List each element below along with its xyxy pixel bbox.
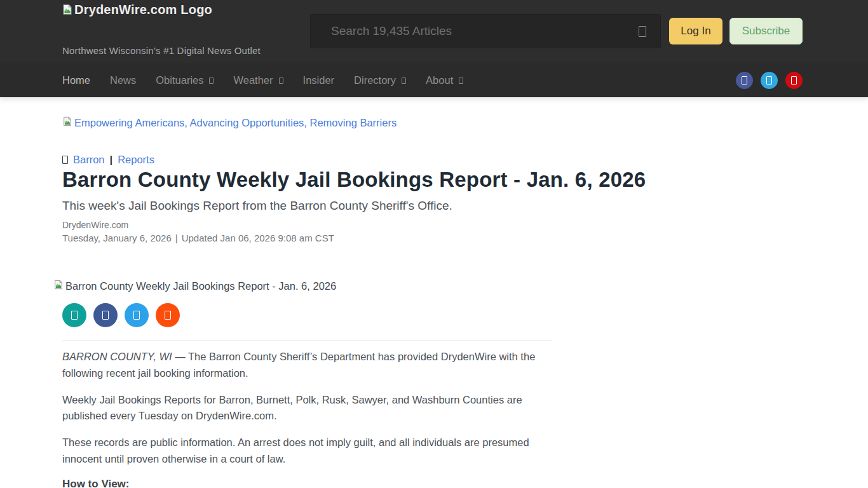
nav-item-home[interactable]: Home — [62, 74, 90, 86]
share-button[interactable] — [62, 303, 86, 327]
breadcrumb-category-link[interactable]: Barron — [73, 154, 105, 166]
site-logo[interactable]: DrydenWire.com Logo — [62, 3, 212, 18]
search-box[interactable] — [310, 14, 661, 48]
nav-item-directory[interactable]: Directory — [354, 74, 406, 86]
nav-label: Home — [62, 74, 90, 86]
nav-label: About — [426, 74, 453, 86]
breadcrumb-section-link[interactable]: Reports — [118, 154, 154, 166]
howto-heading: How to View: — [62, 478, 806, 488]
article-paragraph: BARRON COUNTY, WI — The Barron County Sh… — [62, 349, 552, 382]
search-icon[interactable] — [639, 26, 646, 37]
nav-label: Weather — [233, 74, 273, 86]
nav-label: News — [110, 74, 136, 86]
login-button[interactable]: Log In — [669, 18, 722, 44]
caret-down-icon — [209, 78, 214, 84]
share-icon — [71, 311, 78, 320]
twitter-icon — [133, 311, 140, 320]
site-tagline: Northwest Wisconsin’s #1 Digital News Ou… — [62, 45, 261, 56]
twitter-share-button[interactable] — [125, 303, 149, 327]
publish-date: Tuesday, January 6, 2026 — [62, 233, 172, 243]
share-buttons — [62, 303, 806, 327]
nav-label: Directory — [354, 74, 396, 86]
dateline-separator: | — [175, 233, 178, 243]
folder-icon — [62, 156, 68, 164]
broken-image-icon — [62, 4, 73, 18]
updated-date: Updated Jan 06, 2026 9:08 am CST — [182, 233, 334, 243]
youtube-icon — [791, 76, 797, 85]
broken-image-icon — [62, 116, 72, 129]
nav-menu: Home News Obituaries Weather Insider Dir… — [62, 64, 463, 97]
broken-image-icon — [53, 280, 64, 292]
article-paragraph: Weekly Jail Bookings Reports for Barron,… — [62, 392, 552, 425]
nav-item-about[interactable]: About — [426, 74, 463, 86]
logo-alt-text: DrydenWire.com Logo — [74, 3, 212, 17]
facebook-icon — [742, 76, 747, 85]
facebook-share-button[interactable] — [93, 303, 118, 327]
article-image-alt-text: Barron County Weekly Jail Bookings Repor… — [65, 280, 336, 292]
search-input[interactable] — [331, 24, 639, 38]
caret-down-icon — [402, 78, 406, 84]
page-title: Barron County Weekly Jail Bookings Repor… — [62, 167, 806, 193]
facebook-icon — [102, 311, 109, 320]
subscribe-button[interactable]: Subscribe — [729, 18, 803, 44]
nav-social-links — [736, 72, 803, 89]
facebook-link[interactable] — [736, 72, 753, 89]
nav-label: Obituaries — [156, 74, 203, 86]
breadcrumb: Barron | Reports — [62, 152, 806, 166]
youtube-link[interactable] — [785, 72, 803, 89]
reddit-share-button[interactable] — [156, 303, 180, 327]
main-navbar: Home News Obituaries Weather Insider Dir… — [0, 64, 868, 97]
twitter-icon — [766, 76, 772, 85]
nav-label: Insider — [303, 74, 335, 86]
nav-item-insider[interactable]: Insider — [303, 74, 335, 86]
nav-item-news[interactable]: News — [110, 74, 136, 86]
caret-down-icon — [459, 78, 463, 84]
article-image: Barron County Weekly Jail Bookings Repor… — [53, 279, 806, 293]
nav-item-obituaries[interactable]: Obituaries — [156, 74, 214, 86]
article-content: Empowering Americans, Advancing Opportun… — [62, 116, 806, 488]
article-paragraph: These records are public information. An… — [62, 435, 552, 468]
nav-item-weather[interactable]: Weather — [233, 74, 283, 86]
breadcrumb-separator: | — [110, 154, 113, 166]
article-byline: DrydenWire.com — [62, 219, 806, 231]
twitter-link[interactable] — [761, 72, 778, 89]
article-dateline: Tuesday, January 6, 2026|Updated Jan 06,… — [62, 233, 806, 244]
banner-link-text: Empowering Americans, Advancing Opportun… — [74, 117, 397, 129]
reddit-icon — [165, 311, 171, 320]
banner-ad-link[interactable]: Empowering Americans, Advancing Opportun… — [62, 116, 806, 129]
dateline-lead: BARRON COUNTY, WI — [62, 351, 172, 362]
caret-down-icon — [279, 78, 283, 84]
article-subtitle: This week's Jail Bookings Report from th… — [62, 198, 806, 214]
content-divider — [62, 341, 552, 341]
site-header: DrydenWire.com Logo Northwest Wisconsin’… — [0, 0, 868, 64]
